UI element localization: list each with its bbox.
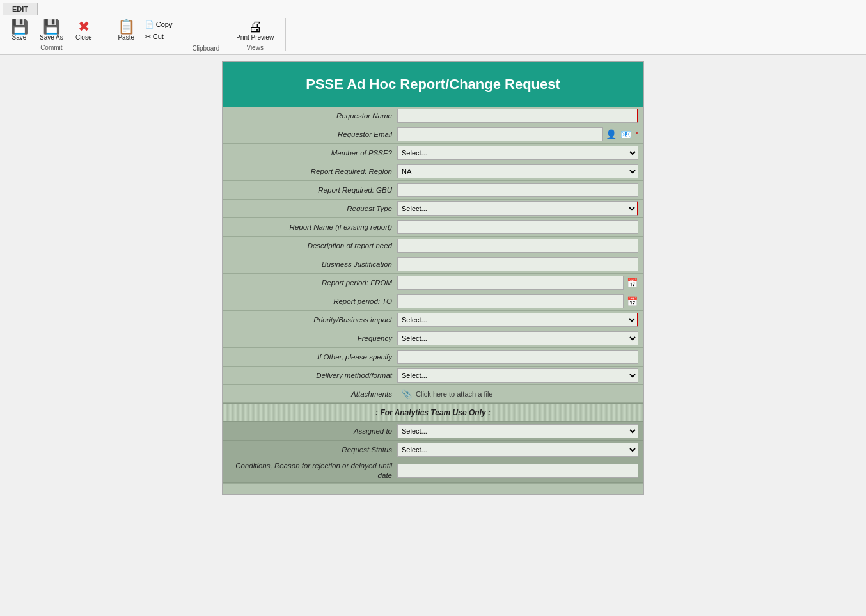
request-type-select[interactable]: Select... New Report Change Request Ad H… (397, 201, 638, 216)
frequency-row: Frequency Select... Daily Weekly Monthly… (223, 329, 643, 348)
save-label: Save (12, 34, 27, 41)
report-period-to-row: Report period: TO 📅 (223, 292, 643, 311)
close-button[interactable]: ✖ Close (70, 18, 98, 43)
delivery-method-label: Delivery method/format (228, 372, 397, 379)
priority-row: Priority/Business impact Select... High … (223, 311, 643, 329)
requestor-email-label: Requestor Email (228, 130, 397, 138)
report-gbu-row: Report Required: GBU (223, 181, 643, 200)
attachments-label: Attachments (228, 390, 397, 398)
print-preview-icon: 🖨 (248, 20, 262, 34)
commit-group-label: Commit (40, 44, 62, 51)
assigned-to-field: Select... Team Member 1 Team Member 2 (397, 424, 638, 438)
attach-button[interactable]: 📎 Click here to attach a file (397, 388, 496, 400)
requestor-name-label: Requestor Name (228, 112, 397, 120)
print-preview-label: Print Preview (236, 34, 274, 41)
report-period-to-field: 📅 (397, 294, 638, 308)
description-label: Description of report need (228, 242, 397, 249)
close-label: Close (75, 34, 92, 41)
request-type-label: Request Type (228, 205, 397, 212)
cut-label: Cut (153, 33, 164, 40)
copy-button[interactable]: 📄 Copy (141, 19, 177, 30)
report-period-from-field: 📅 (397, 276, 638, 290)
commit-group: 💾 Save 💾 Save As ✖ Close Commit (5, 18, 106, 51)
report-gbu-field (397, 183, 638, 197)
requestor-name-field (397, 109, 638, 123)
description-row: Description of report need (223, 237, 643, 255)
cut-icon: ✂ (145, 33, 151, 41)
member-psse-row: Member of PSSE? Select... Yes No (223, 144, 643, 162)
frequency-field: Select... Daily Weekly Monthly Quarterly… (397, 331, 638, 345)
if-other-input[interactable] (397, 350, 638, 364)
form-title: PSSE Ad Hoc Report/Change Request (306, 76, 560, 92)
requestor-email-input[interactable] (397, 127, 603, 141)
report-period-to-input[interactable] (397, 294, 624, 308)
save-icon: 💾 (11, 20, 28, 34)
report-period-from-label: Report period: FROM (228, 279, 397, 287)
report-name-input[interactable] (397, 220, 638, 234)
business-justification-field (397, 257, 638, 271)
request-type-field: Select... New Report Change Request Ad H… (397, 201, 638, 216)
requestor-email-row: Requestor Email 👤 📧 * (223, 125, 643, 144)
form-body: Requestor Name Requestor Email 👤 📧 * Mem… (223, 107, 643, 483)
print-preview-button[interactable]: 🖨 Print Preview (232, 18, 278, 43)
request-status-select[interactable]: Select... Open In Progress Closed Reject… (397, 443, 638, 457)
priority-label: Priority/Business impact (228, 316, 397, 324)
request-status-label: Request Status (228, 446, 397, 454)
person-icon[interactable]: 👤 (605, 128, 618, 141)
attach-icon: 📎 (401, 389, 412, 399)
requestor-name-input[interactable] (397, 109, 638, 123)
requestor-name-row: Requestor Name (223, 107, 643, 125)
form-container: PSSE Ad Hoc Report/Change Request Reques… (222, 61, 644, 495)
delivery-method-select[interactable]: Select... Email SharePoint PDF Excel (397, 368, 638, 383)
main-content: PSSE Ad Hoc Report/Change Request Reques… (0, 55, 866, 501)
assigned-to-label: Assigned to (228, 427, 397, 435)
assigned-to-select[interactable]: Select... Team Member 1 Team Member 2 (397, 424, 638, 438)
frequency-label: Frequency (228, 335, 397, 342)
if-other-label: If Other, please specify (228, 353, 397, 361)
report-region-row: Report Required: Region NA EMEA APAC LAT… (223, 162, 643, 181)
report-name-row: Report Name (if existing report) (223, 218, 643, 237)
attachments-field: 📎 Click here to attach a file (397, 388, 638, 400)
assigned-to-row: Assigned to Select... Team Member 1 Team… (223, 422, 643, 441)
member-psse-field: Select... Yes No (397, 146, 638, 160)
analytics-section: Assigned to Select... Team Member 1 Team… (223, 422, 643, 483)
cut-button[interactable]: ✂ Cut (141, 31, 177, 42)
save-as-label: Save As (40, 34, 63, 41)
frequency-select[interactable]: Select... Daily Weekly Monthly Quarterly… (397, 331, 638, 345)
member-psse-select[interactable]: Select... Yes No (397, 146, 638, 160)
form-header: PSSE Ad Hoc Report/Change Request (223, 62, 643, 107)
analytics-divider: : For Analytics Team Use Only : (223, 403, 643, 422)
delivery-method-row: Delivery method/format Select... Email S… (223, 367, 643, 385)
request-type-row: Request Type Select... New Report Change… (223, 200, 643, 218)
copy-icon: 📄 (145, 20, 154, 29)
description-input[interactable] (397, 239, 638, 253)
report-period-to-label: Report period: TO (228, 297, 397, 305)
calendar-to-icon[interactable]: 📅 (626, 295, 638, 308)
conditions-input[interactable] (397, 464, 638, 478)
email-icon[interactable]: 📧 (620, 128, 633, 141)
clipboard-group: 📋 Paste 📄 Copy ✂ Cut (114, 18, 185, 43)
report-gbu-input[interactable] (397, 183, 638, 197)
views-group: 🖨 Print Preview Views (232, 18, 286, 51)
business-justification-input[interactable] (397, 257, 638, 271)
paste-button[interactable]: 📋 Paste (114, 18, 139, 43)
if-other-row: If Other, please specify (223, 348, 643, 367)
business-justification-row: Business Justification (223, 255, 643, 274)
report-name-field (397, 220, 638, 234)
attachments-row: Attachments 📎 Click here to attach a fil… (223, 385, 643, 403)
conditions-label: Conditions, Reason for rejection or dela… (228, 461, 397, 480)
request-status-field: Select... Open In Progress Closed Reject… (397, 443, 638, 457)
save-button[interactable]: 💾 Save (5, 18, 33, 43)
report-region-select[interactable]: NA EMEA APAC LATAM (397, 164, 638, 178)
report-period-from-input[interactable] (397, 276, 624, 290)
close-icon: ✖ (78, 20, 90, 34)
paste-label: Paste (118, 34, 134, 41)
priority-select[interactable]: Select... High Medium Low (397, 313, 638, 327)
form-footer (223, 483, 643, 494)
save-as-button[interactable]: 💾 Save As (36, 18, 67, 43)
calendar-from-icon[interactable]: 📅 (626, 276, 638, 289)
edit-tab[interactable]: EDIT (3, 3, 38, 15)
report-region-field: NA EMEA APAC LATAM (397, 164, 638, 178)
report-region-label: Report Required: Region (228, 168, 397, 175)
toolbar: 💾 Save 💾 Save As ✖ Close Commit 📋 Paste … (0, 15, 866, 55)
